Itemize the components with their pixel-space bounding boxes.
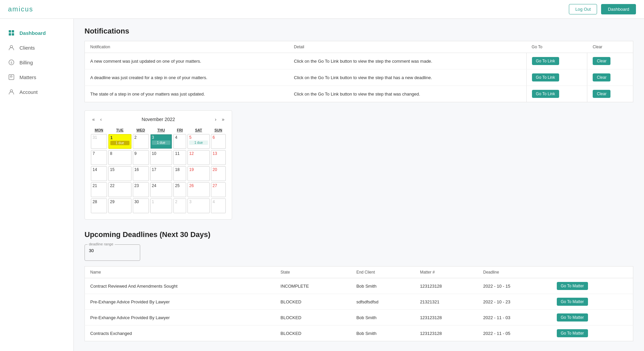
cal-date-number: 3 [189, 199, 208, 204]
cal-date-number: 26 [189, 183, 208, 188]
cal-day-cell[interactable]: 29 [108, 198, 132, 214]
go-to-matter-button[interactable]: Go To Matter [557, 298, 588, 306]
sidebar-item-clients[interactable]: Clients [0, 40, 73, 55]
cal-day-cell[interactable]: 11 due [108, 133, 132, 150]
cal-day-cell[interactable]: 23 [132, 182, 150, 198]
clear-button[interactable]: Clear [593, 90, 610, 98]
deadline-date: 2022 - 10 - 23 [478, 294, 551, 310]
cal-date-number: 27 [213, 183, 224, 188]
logout-button[interactable]: Log Out [569, 4, 597, 14]
cal-day-cell[interactable]: 2 [132, 133, 150, 150]
cal-day-cell[interactable]: 24 [150, 182, 173, 198]
cal-day-cell[interactable]: 26 [187, 182, 210, 198]
go-to-matter-button[interactable]: Go To Matter [557, 313, 588, 321]
cal-day-cell[interactable]: 21 [90, 182, 108, 198]
clear-button[interactable]: Clear [593, 57, 610, 65]
go-to-matter-button[interactable]: Go To Matter [557, 329, 588, 337]
deadline-row: Contract Reviewed And Amendments Sought … [85, 278, 633, 294]
due-badge: 1 due [152, 140, 171, 145]
cal-day-cell[interactable]: 27 [210, 182, 226, 198]
cal-weekday-header: FRI [173, 127, 187, 133]
svg-rect-7 [9, 75, 14, 80]
cal-prev-prev-button[interactable]: « [90, 116, 97, 123]
deadlines-title: Upcoming Deadlines (Next 30 Days) [85, 230, 633, 239]
cal-day-cell[interactable]: 12 [187, 150, 210, 166]
cal-weekday-header: SUN [210, 127, 226, 133]
deadline-date: 2022 - 11 - 03 [478, 310, 551, 326]
cal-day-cell[interactable]: 28 [90, 198, 108, 214]
cal-day-cell[interactable]: 22 [108, 182, 132, 198]
cal-weekday-header: SAT [187, 127, 210, 133]
cal-next-next-button[interactable]: » [220, 116, 226, 123]
dashboard-header-button[interactable]: Dashboard [601, 4, 636, 14]
cal-day-cell[interactable]: 10 [150, 150, 173, 166]
cal-day-cell[interactable]: 19 [187, 166, 210, 182]
cal-day-cell[interactable]: 51 due [187, 133, 210, 150]
cal-date-number: 13 [213, 151, 224, 156]
deadline-row: Pre-Exhange Advice Provided By Lawyer BL… [85, 310, 633, 326]
cal-day-cell[interactable]: 13 [210, 150, 226, 166]
cal-day-cell[interactable]: 17 [150, 166, 173, 182]
cal-date-number: 31 [93, 135, 105, 140]
cal-day-cell[interactable]: 15 [108, 166, 132, 182]
cal-day-cell[interactable]: 3 [187, 198, 210, 214]
deadline-range-input[interactable] [89, 248, 136, 253]
cal-day-cell[interactable]: 8 [108, 150, 132, 166]
notif-goto-cell: Go To Link [526, 69, 587, 86]
sidebar-item-account[interactable]: Account [0, 84, 73, 99]
deadline-state: BLOCKED [275, 294, 351, 310]
header-buttons: Log Out Dashboard [569, 4, 636, 14]
cal-day-cell[interactable]: 4 [173, 133, 187, 150]
cal-day-cell[interactable]: 14 [90, 166, 108, 182]
sidebar-label-billing: Billing [19, 60, 33, 65]
cal-day-cell[interactable]: 20 [210, 166, 226, 182]
deadline-date: 2022 - 11 - 05 [478, 326, 551, 341]
cal-prev-button[interactable]: ‹ [98, 116, 104, 123]
cal-day-cell[interactable]: 4 [210, 198, 226, 214]
cal-day-cell[interactable]: 25 [173, 182, 187, 198]
calendar-nav-right: › » [213, 116, 226, 123]
sidebar-item-matters[interactable]: Matters [0, 70, 73, 84]
cal-day-cell[interactable]: 31 due [150, 133, 173, 150]
cal-date-number: 30 [135, 199, 147, 204]
col-matter-num: Matter # [415, 267, 478, 278]
clear-button[interactable]: Clear [593, 73, 610, 81]
deadline-matter-num: 123123128 [415, 326, 478, 341]
header: amicus Log Out Dashboard [0, 0, 644, 19]
cal-day-cell[interactable]: 7 [90, 150, 108, 166]
cal-day-cell[interactable]: 2 [173, 198, 187, 214]
main-layout: Dashboard Clients $ [0, 19, 644, 351]
cal-day-cell[interactable]: 18 [173, 166, 187, 182]
due-badge: 1 due [189, 140, 208, 145]
notif-clear-cell: Clear [587, 53, 633, 69]
cal-day-cell[interactable]: 16 [132, 166, 150, 182]
cal-day-cell[interactable]: 9 [132, 150, 150, 166]
col-detail: Detail [288, 41, 526, 53]
svg-text:$: $ [10, 61, 12, 64]
sidebar-item-dashboard[interactable]: Dashboard [0, 25, 73, 40]
dashboard-icon [8, 30, 15, 36]
app-container: amicus Log Out Dashboard Dashboard [0, 0, 644, 351]
sidebar: Dashboard Clients $ [0, 19, 74, 351]
cal-next-button[interactable]: › [213, 116, 219, 123]
goto-link-button[interactable]: Go To Link [532, 73, 559, 81]
col-action [551, 267, 633, 278]
cal-date-number: 20 [213, 167, 224, 172]
go-to-matter-button[interactable]: Go To Matter [557, 282, 588, 290]
cal-day-cell[interactable]: 31 [90, 133, 108, 150]
notif-detail: Click on the Go To Link button to view t… [288, 69, 526, 86]
goto-link-button[interactable]: Go To Link [532, 57, 559, 65]
deadline-action-cell: Go To Matter [551, 326, 633, 341]
sidebar-item-billing[interactable]: $ Billing [0, 55, 73, 70]
cal-day-cell[interactable]: 30 [132, 198, 150, 214]
cal-date-number: 22 [110, 183, 130, 188]
notif-detail: Click on the Go To Link button to view t… [288, 53, 526, 69]
notification-row: A new comment was just updated on one of… [85, 53, 633, 69]
cal-day-cell[interactable]: 11 [173, 150, 187, 166]
logo: amicus [8, 5, 33, 13]
cal-day-cell[interactable]: 6 [210, 133, 226, 150]
col-deadline: Deadline [478, 267, 551, 278]
goto-link-button[interactable]: Go To Link [532, 90, 559, 98]
cal-day-cell[interactable]: 1 [150, 198, 173, 214]
notif-clear-cell: Clear [587, 69, 633, 86]
